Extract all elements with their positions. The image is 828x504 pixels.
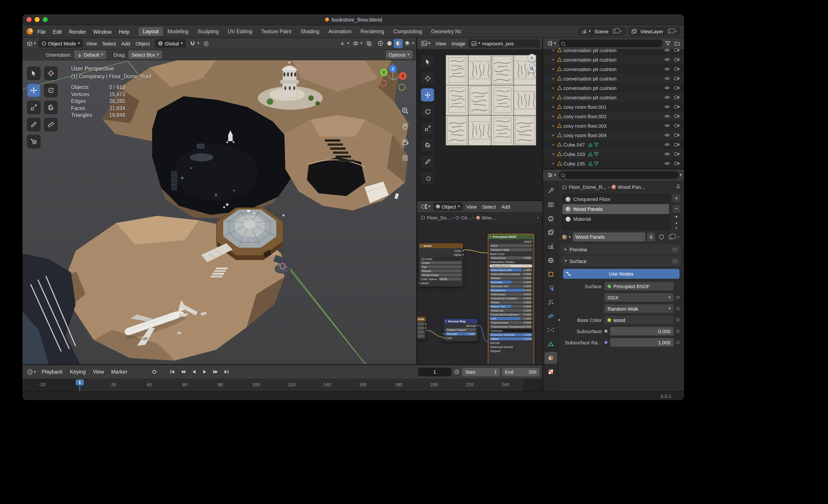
use-preview-range-button[interactable]	[452, 367, 462, 376]
node-socket[interactable]	[488, 350, 489, 352]
disable-in-renders-icon[interactable]	[674, 67, 679, 71]
disable-in-renders-icon[interactable]	[674, 114, 679, 118]
disable-in-renders-icon[interactable]	[674, 95, 679, 99]
subsurface-radius-slider[interactable]: 1.000	[610, 338, 674, 347]
expand-arrow-icon[interactable]: ▸	[551, 105, 556, 109]
topbar-menu[interactable]: Window	[89, 28, 115, 36]
viewport-3d[interactable]: ▾ Object Mode ▾ ViewSelectAddObject Glob…	[23, 38, 416, 364]
expand-arrow-icon[interactable]: ▸	[551, 152, 556, 156]
remove-slot-button[interactable]: −	[672, 204, 681, 213]
workspace-tab-layout[interactable]: Layout	[138, 27, 163, 36]
outliner-row[interactable]: ▸ conversation pit cushion	[545, 45, 684, 55]
topbar-menu[interactable]: Edit	[49, 28, 66, 36]
scene-browse-dropdown[interactable]: ▾	[589, 29, 591, 33]
image-datablock-row[interactable]: wood	[420, 257, 462, 261]
tab-texture[interactable]	[544, 366, 557, 378]
expand-arrow-icon[interactable]: ▸	[551, 48, 556, 52]
tab-object[interactable]	[544, 268, 557, 280]
base-color-texture-dropdown[interactable]: wood	[604, 316, 674, 324]
node-socket[interactable]	[488, 257, 489, 259]
expand-arrow-icon[interactable]: ▸	[551, 142, 556, 147]
hide-in-viewport-icon[interactable]	[664, 114, 670, 118]
add-slot-button[interactable]: +	[672, 194, 681, 203]
disable-in-renders-icon[interactable]	[674, 105, 679, 109]
slot-specials-menu[interactable]: ▾	[675, 215, 678, 219]
shading-dropdown[interactable]: ▾	[412, 41, 414, 45]
record-button[interactable]	[150, 367, 159, 376]
img-tool-rotate-button[interactable]	[421, 105, 434, 118]
value-slider[interactable]: Alpha1.000	[490, 337, 532, 340]
navigation-gizmo[interactable]: X Y Z	[376, 62, 410, 96]
breadcrumb-object[interactable]: Floor_Do...	[427, 215, 450, 220]
node-socket[interactable]	[488, 277, 489, 279]
subsurface-method-dropdown[interactable]: Random Walk▾	[604, 304, 674, 313]
outliner-row[interactable]: ▸ Cube.103	[545, 149, 684, 159]
zoom-in-overlay-button[interactable]: +	[528, 54, 536, 62]
disable-in-renders-icon[interactable]	[674, 152, 679, 156]
shader-editor-menu[interactable]: View	[463, 203, 480, 210]
workspace-tab-geometry-nc[interactable]: Geometry Nc	[426, 27, 466, 36]
frame-end-field[interactable]: End250	[502, 368, 540, 376]
img-tool-select-button[interactable]	[421, 55, 434, 68]
subsurface-slider[interactable]: 0.000	[610, 327, 674, 335]
value-slider[interactable]: Transmission0.000	[490, 321, 532, 324]
hide-in-viewport-icon[interactable]	[664, 67, 670, 71]
move-slot-down-button[interactable]: ▼	[674, 226, 678, 230]
topbar-menu[interactable]: Help	[115, 28, 133, 36]
object-name[interactable]: conversation pit cushion	[564, 66, 617, 72]
viewlayer-selector[interactable]: ViewLayer ×	[629, 27, 680, 36]
node-socket[interactable]	[488, 329, 489, 332]
editor-type-shader[interactable]: ▾	[419, 203, 432, 211]
disable-in-renders-icon[interactable]	[674, 162, 679, 166]
shading-wireframe-button[interactable]	[376, 39, 385, 48]
normal-map-node[interactable]: ▾ Normal Map Normal Tangent Space Streng…	[443, 318, 478, 342]
collapse-region-arrow[interactable]: ‹	[537, 216, 539, 220]
source-dropdown[interactable]: Single Image	[420, 273, 462, 277]
object-name[interactable]: Cube.103	[564, 151, 585, 157]
scene-name[interactable]: Scene	[593, 29, 610, 34]
panel-grip-icon[interactable]	[672, 259, 678, 263]
properties-filter-dropdown[interactable]: ▾	[680, 173, 682, 177]
expand-arrow-icon[interactable]: ▸	[551, 57, 556, 61]
workspace-tab-compositing[interactable]: Compositing	[389, 27, 426, 36]
decorator-icon[interactable]	[676, 296, 679, 299]
workspace-tab-sculpting[interactable]: Sculpting	[193, 27, 223, 36]
new-scene-button[interactable]	[613, 29, 617, 33]
timeline-menu[interactable]: Playback	[38, 368, 66, 376]
material-browse-icon[interactable]	[562, 234, 567, 239]
hide-in-viewport-icon[interactable]	[664, 142, 670, 147]
preview-panel-header[interactable]: ▸ Preview	[561, 244, 681, 255]
panel-grip-icon[interactable]	[672, 247, 678, 251]
scene-selector[interactable]: ▾ Scene ×	[579, 27, 625, 36]
show-overlays-toggle[interactable]	[351, 39, 361, 48]
extension-dropdown[interactable]: Repeat	[420, 269, 462, 273]
outliner-row[interactable]: ▸ cosy room floor.001	[545, 102, 684, 111]
img-tool-cursor-button[interactable]	[421, 72, 434, 85]
tab-output[interactable]	[544, 213, 557, 224]
node-socket[interactable]	[488, 289, 489, 291]
options-dropdown[interactable]: Options ▾	[385, 50, 413, 59]
play-reverse-button[interactable]	[189, 367, 199, 376]
bsdf-input-row[interactable]: Clearcoat Roughness0.030	[490, 313, 532, 317]
transform-orientation-dropdown[interactable]: Global ▾	[155, 39, 186, 48]
outliner-row[interactable]: ▸ conversation pit cushion	[545, 83, 684, 93]
bsdf-input-row[interactable]: Subsurface0.000	[490, 256, 532, 260]
bsdf-input-row[interactable]: Metallic0.000	[490, 276, 532, 280]
shader-editor-menu[interactable]: Select	[480, 203, 499, 210]
outliner-row[interactable]: ▸ cosy room floor.003	[545, 121, 684, 130]
image-canvas[interactable]: +	[417, 49, 542, 200]
node-socket[interactable]	[488, 293, 489, 295]
viewport-menu[interactable]: View	[83, 40, 99, 47]
tool-scale-button[interactable]	[27, 101, 41, 114]
expand-arrow-icon[interactable]: ▸	[551, 124, 556, 128]
topbar-menu[interactable]: Render	[66, 28, 89, 36]
color-field[interactable]: Subsurface Co...	[490, 264, 532, 268]
tab-view-layer[interactable]	[544, 227, 557, 238]
disable-in-renders-icon[interactable]	[674, 86, 679, 90]
hide-in-viewport-icon[interactable]	[664, 105, 670, 109]
breadcrumb-object[interactable]: Floor_Dome_R...	[569, 184, 607, 190]
img-tool-move-button[interactable]	[421, 88, 434, 102]
outliner-row[interactable]: ▸ Cube.047	[545, 140, 684, 149]
outliner-row[interactable]: ▸ conversation pit cushion	[545, 64, 684, 74]
tab-material[interactable]	[544, 352, 557, 364]
